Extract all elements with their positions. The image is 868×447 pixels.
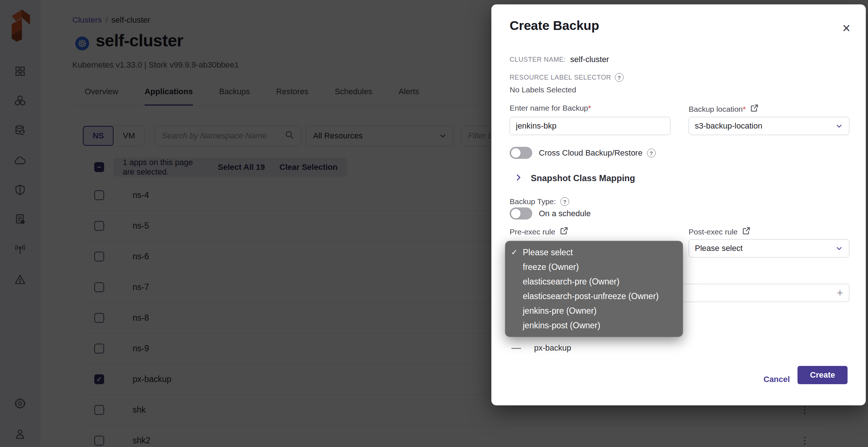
schedule-toggle[interactable] [510,207,532,219]
menu-option[interactable]: jenkins-post (Owner) [505,318,683,333]
chevron-down-icon [835,122,843,130]
modal-title: Create Backup [510,18,599,33]
menu-option[interactable]: elasticsearch-post-unfreeze (Owner) [505,289,683,303]
schedule-toggle-label: On a schedule [539,209,591,218]
backup-name-field [510,117,670,135]
backup-location-value: s3-backup-location [695,121,762,131]
external-link-icon[interactable] [750,104,759,114]
selected-app-row: — px-backup [511,342,571,354]
snapshot-class-mapping-label: Snapshot Class Mapping [531,173,635,183]
post-exec-rule-value: Please select [695,244,743,253]
pre-exec-rule-label: Pre-exec rule [510,226,568,237]
external-link-icon[interactable] [742,226,751,237]
chevron-down-icon [835,244,843,252]
cancel-button[interactable]: Cancel [764,370,790,389]
check-icon: ✓ [511,248,521,257]
post-exec-rule-label: Post-exec rule [689,226,751,237]
close-icon[interactable]: × [842,21,850,35]
page: Clusters/self-cluster ☸ self-cluster Kub… [0,0,868,447]
required-asterisk: * [588,104,591,112]
resource-label-selector-label: RESOURCE LABEL SELECTOR [510,74,611,81]
post-exec-rule-select[interactable]: Please select [689,239,849,257]
chevron-right-icon [514,173,523,183]
pre-exec-rule-open-menu: ✓ Please select freeze (Owner) elasticse… [505,241,683,337]
help-icon[interactable]: ? [615,73,624,82]
add-label-icon[interactable]: + [837,287,843,299]
create-button[interactable]: Create [797,366,848,384]
menu-option[interactable]: jenkins-pre (Owner) [505,303,683,318]
menu-option[interactable]: freeze (Owner) [505,260,683,274]
external-link-icon[interactable] [560,226,568,237]
help-icon[interactable]: ? [560,197,569,206]
resource-label-selector-row: RESOURCE LABEL SELECTOR ? [510,73,624,82]
backup-location-select[interactable]: s3-backup-location [689,117,849,135]
backup-name-label: Enter name for Backup* [510,104,591,112]
required-asterisk: * [743,105,746,113]
snapshot-class-mapping-expander[interactable]: Snapshot Class Mapping [514,173,635,183]
menu-option[interactable]: ✓ Please select [505,245,683,260]
backup-location-label: Backup location* [689,104,759,114]
backup-type-label: Backup Type: ? [510,197,569,206]
cluster-name-row: CLUSTER NAME: self-cluster [510,55,609,64]
help-icon[interactable]: ? [647,149,656,157]
cluster-name-label: CLUSTER NAME: [510,56,566,64]
cluster-name-value: self-cluster [570,55,609,64]
cross-cloud-label: Cross Cloud Backup/Restore ? [539,148,656,158]
backup-name-input[interactable] [516,121,664,131]
selected-app-name: px-backup [534,343,571,353]
remove-app-icon[interactable]: — [511,342,521,354]
cross-cloud-toggle[interactable] [510,147,532,159]
no-labels-text: No Labels Selected [510,85,576,94]
menu-option[interactable]: elasticsearch-pre (Owner) [505,274,683,289]
create-backup-modal: Create Backup × CLUSTER NAME: self-clust… [491,4,866,405]
